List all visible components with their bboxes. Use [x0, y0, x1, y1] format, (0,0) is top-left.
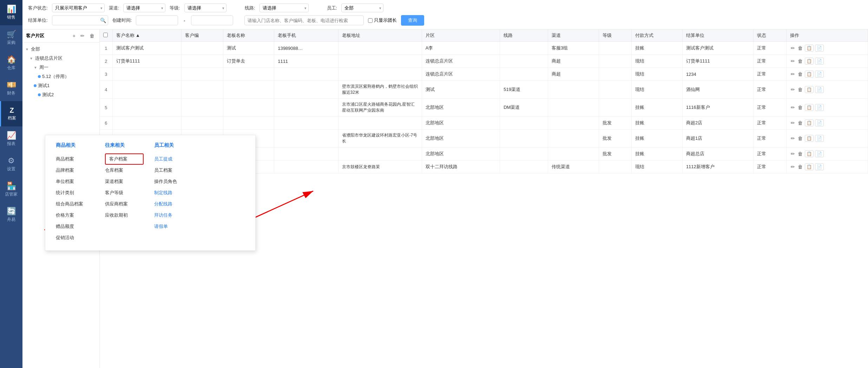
- delete-icon-btn[interactable]: 🗑: [797, 58, 803, 65]
- row-boss-phone: [274, 130, 338, 147]
- tree-node-monday[interactable]: ▼ 周一: [22, 63, 99, 72]
- staff-select[interactable]: 全部: [341, 4, 383, 12]
- row-settlement: 测试客户测试: [682, 42, 753, 55]
- route-label: 线路:: [245, 5, 255, 11]
- col-code: 客户编: [182, 29, 223, 42]
- detail-icon-btn[interactable]: 📄: [815, 86, 824, 93]
- row-route: 519渠道: [500, 81, 548, 99]
- tree-edit-button[interactable]: ✏: [79, 32, 86, 39]
- tree-node-test1[interactable]: 测试1: [22, 81, 99, 90]
- row-payment: 现结: [631, 68, 682, 81]
- row-payment: 挂账: [631, 117, 682, 130]
- delete-icon-btn[interactable]: 🗑: [797, 104, 803, 111]
- query-button[interactable]: 查询: [401, 15, 424, 26]
- customer-status-select[interactable]: 只展示可用客户: [52, 4, 105, 12]
- tree-node-512[interactable]: 5.12（停用）: [22, 72, 99, 81]
- row-area: 双十二拜访线路: [422, 160, 500, 173]
- copy-icon-btn[interactable]: 📋: [805, 45, 814, 52]
- edit-icon-btn[interactable]: ✏: [790, 119, 796, 126]
- tree-node-512-label: 5.12（停用）: [42, 73, 69, 80]
- tree-delete-button[interactable]: 🗑: [88, 32, 96, 39]
- sidebar-item-danyi[interactable]: 🔄 舟易: [0, 202, 22, 228]
- row-num: 7: [100, 130, 112, 147]
- edit-icon-btn[interactable]: ✏: [790, 104, 796, 111]
- sidebar-item-shopmanager-label: 店管家: [5, 191, 18, 197]
- delete-icon-btn[interactable]: 🗑: [797, 45, 803, 52]
- sidebar-item-settings[interactable]: ⚙ 设置: [0, 152, 22, 177]
- tree-node-all[interactable]: ▼ 全部: [22, 45, 99, 54]
- tree-add-button[interactable]: +: [71, 32, 77, 39]
- copy-icon-btn[interactable]: 📋: [805, 135, 814, 142]
- copy-icon-btn[interactable]: 📋: [805, 119, 814, 126]
- customer-search-input[interactable]: [244, 15, 364, 25]
- row-num: 4: [100, 81, 112, 99]
- delete-icon-btn[interactable]: 🗑: [797, 150, 803, 157]
- sidebar-item-finance[interactable]: 💴 财务: [0, 76, 22, 101]
- tree-node-chain[interactable]: ▼ 连锁总店片区: [22, 54, 99, 63]
- delete-icon-btn[interactable]: 🗑: [797, 86, 803, 93]
- tree-dot-512: [38, 75, 41, 78]
- sidebar: 📊 销售 🛒 采购 🏠 仓库 💴 财务 Z 档案 📈 报表 ⚙ 设置 🏪 店管家…: [0, 0, 22, 368]
- show-team-leader-checkbox[interactable]: [368, 18, 373, 23]
- row-boss-name: [223, 160, 274, 173]
- row-boss-name: [223, 81, 274, 99]
- delete-icon-btn[interactable]: 🗑: [797, 163, 803, 170]
- sidebar-item-sales[interactable]: 📊 销售: [0, 0, 22, 25]
- sidebar-item-report[interactable]: 📈 报表: [0, 126, 22, 152]
- copy-icon-btn[interactable]: 📋: [805, 150, 814, 157]
- row-boss-address: [338, 68, 422, 81]
- channel-select[interactable]: 请选择: [123, 4, 165, 12]
- row-code: [182, 117, 223, 130]
- delete-icon-btn[interactable]: 🗑: [797, 119, 803, 126]
- row-level: 批发: [599, 147, 631, 160]
- edit-icon-btn[interactable]: ✏: [790, 163, 796, 170]
- level-select[interactable]: 请选择: [184, 4, 226, 12]
- col-action: 操作: [786, 29, 868, 42]
- detail-icon-btn[interactable]: 📄: [815, 119, 824, 126]
- start-date-input[interactable]: [136, 15, 178, 25]
- copy-icon-btn[interactable]: 📋: [805, 71, 814, 78]
- delete-icon-btn[interactable]: 🗑: [797, 71, 803, 78]
- detail-icon-btn[interactable]: 📄: [815, 71, 824, 78]
- edit-icon-btn[interactable]: ✏: [790, 135, 796, 142]
- edit-icon-btn[interactable]: ✏: [790, 150, 796, 157]
- sidebar-item-purchase[interactable]: 🛒 采购: [0, 25, 22, 51]
- detail-icon-btn[interactable]: 📄: [815, 58, 824, 65]
- row-route: [500, 68, 548, 81]
- edit-icon-btn[interactable]: ✏: [790, 86, 796, 93]
- copy-icon-btn[interactable]: 📋: [805, 163, 814, 170]
- edit-icon-btn[interactable]: ✏: [790, 71, 796, 78]
- detail-icon-btn[interactable]: 📄: [815, 135, 824, 142]
- edit-icon-btn[interactable]: ✏: [790, 58, 796, 65]
- select-all-checkbox[interactable]: [103, 33, 108, 37]
- detail-icon-btn[interactable]: 📄: [815, 104, 824, 111]
- row-status: 正常: [754, 68, 786, 81]
- sidebar-item-archive[interactable]: Z 档案: [0, 101, 22, 126]
- delete-icon-btn[interactable]: 🗑: [797, 135, 803, 142]
- tree-node-test2[interactable]: 测试2: [22, 90, 99, 99]
- edit-icon-btn[interactable]: ✏: [790, 45, 796, 52]
- shopmanager-icon: 🏪: [7, 182, 16, 190]
- tree-node-all-label: 全部: [31, 46, 40, 52]
- sidebar-item-warehouse[interactable]: 🏠 仓库: [0, 51, 22, 76]
- detail-icon-btn[interactable]: 📄: [815, 45, 824, 52]
- detail-icon-btn[interactable]: 📄: [815, 163, 824, 170]
- copy-icon-btn[interactable]: 📋: [805, 86, 814, 93]
- row-code: [182, 147, 223, 160]
- row-level: [599, 55, 631, 68]
- sidebar-item-shopmanager[interactable]: 🏪 店管家: [0, 177, 22, 202]
- route-select[interactable]: 请选择: [259, 4, 309, 12]
- row-boss-phone: [274, 117, 338, 130]
- row-code: [182, 130, 223, 147]
- copy-icon-btn[interactable]: 📋: [805, 104, 814, 111]
- copy-icon-btn[interactable]: 📋: [805, 58, 814, 65]
- col-area: 片区: [422, 29, 500, 42]
- row-channel: [548, 99, 599, 117]
- show-team-leader-checkbox-label: 只显示团长: [368, 17, 397, 24]
- end-date-input[interactable]: [191, 15, 233, 25]
- detail-icon-btn[interactable]: 📄: [815, 150, 824, 157]
- sidebar-item-danyi-label: 舟易: [7, 217, 15, 223]
- channel-select-wrapper: 请选择: [123, 4, 165, 12]
- row-status: 正常: [754, 147, 786, 160]
- settlement-input[interactable]: [52, 15, 108, 25]
